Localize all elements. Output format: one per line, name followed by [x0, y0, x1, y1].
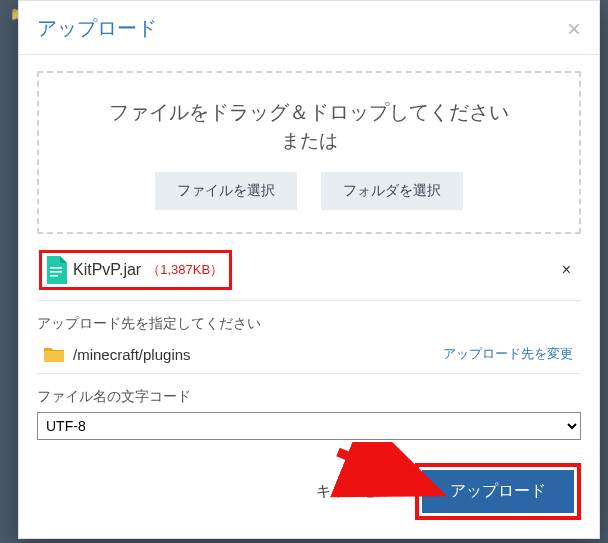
- select-folder-button[interactable]: フォルダを選択: [321, 172, 463, 210]
- encoding-label: ファイル名の文字コード: [37, 388, 581, 406]
- file-size: （1,387KB）: [147, 261, 223, 279]
- svg-rect-1: [50, 271, 62, 273]
- dropzone-or-text: または: [51, 128, 567, 154]
- svg-rect-2: [50, 275, 58, 277]
- modal-footer: キャンセル アップロード: [19, 463, 599, 538]
- remove-file-button[interactable]: ×: [556, 259, 577, 281]
- annotation-highlight-file: KitPvP.jar （1,387KB）: [39, 250, 232, 290]
- annotation-highlight-submit: アップロード: [415, 463, 581, 520]
- destination-row: /minecraft/plugins アップロード先を変更: [37, 339, 581, 374]
- destination-label: アップロード先を指定してください: [37, 315, 581, 333]
- folder-icon: [43, 345, 65, 363]
- close-icon[interactable]: ×: [567, 17, 581, 41]
- file-row: KitPvP.jar （1,387KB） ×: [37, 248, 581, 301]
- svg-rect-0: [50, 267, 62, 269]
- modal-title: アップロード: [37, 15, 157, 42]
- file-name: KitPvP.jar: [73, 261, 141, 279]
- dropzone-main-text: ファイルをドラッグ＆ドロップしてください: [51, 99, 567, 126]
- select-file-button[interactable]: ファイルを選択: [155, 172, 297, 210]
- modal-body: ファイルをドラッグ＆ドロップしてください または ファイルを選択 フォルダを選択: [19, 55, 599, 463]
- destination-path: /minecraft/plugins: [73, 346, 191, 363]
- encoding-select[interactable]: UTF-8: [37, 412, 581, 440]
- upload-modal: アップロード × ファイルをドラッグ＆ドロップしてください または ファイルを選…: [18, 0, 600, 539]
- dropzone[interactable]: ファイルをドラッグ＆ドロップしてください または ファイルを選択 フォルダを選択: [37, 71, 581, 234]
- file-icon: [45, 256, 67, 284]
- upload-button[interactable]: アップロード: [422, 470, 574, 513]
- cancel-button[interactable]: キャンセル: [306, 474, 401, 509]
- modal-header: アップロード ×: [19, 1, 599, 55]
- change-destination-link[interactable]: アップロード先を変更: [443, 346, 573, 363]
